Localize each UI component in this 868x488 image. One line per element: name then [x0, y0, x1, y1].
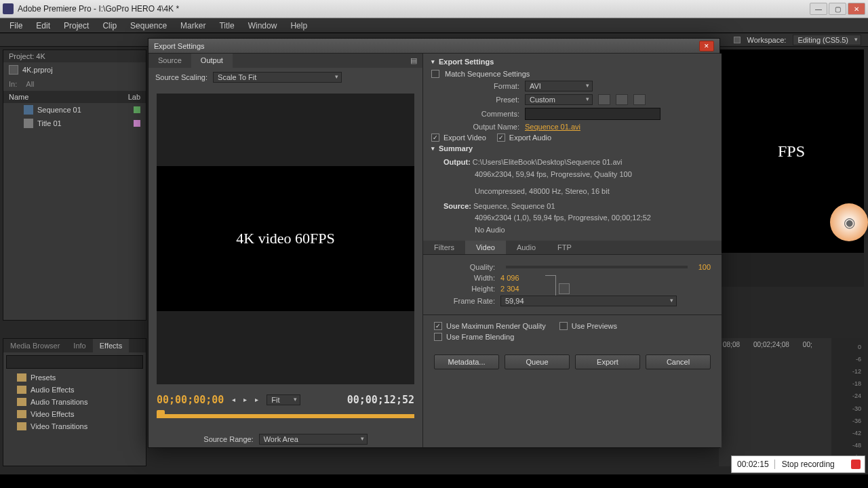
- ruler-mark: 00;: [803, 341, 812, 348]
- tree-presets[interactable]: Presets: [3, 371, 146, 384]
- tab-info[interactable]: Info: [66, 339, 92, 352]
- bin-item-title[interactable]: Title 01: [3, 117, 146, 130]
- import-preset-icon[interactable]: [616, 94, 628, 105]
- zoom-select[interactable]: Fit: [267, 394, 300, 405]
- effects-search[interactable]: [6, 355, 143, 369]
- match-sequence-label: Match Sequence Settings: [445, 70, 530, 78]
- queue-button[interactable]: Queue: [505, 354, 570, 369]
- label-swatch[interactable]: [134, 120, 140, 127]
- source-range-select[interactable]: Work Area: [259, 434, 368, 445]
- tab-output[interactable]: Output: [191, 54, 233, 68]
- menu-edit[interactable]: Edit: [29, 20, 57, 32]
- panel-menu-icon[interactable]: ▤: [405, 54, 422, 68]
- tab-media-browser[interactable]: Media Browser: [3, 339, 66, 352]
- output-name-link[interactable]: Sequence 01.avi: [525, 123, 580, 131]
- col-name[interactable]: Name: [9, 93, 28, 101]
- recorder-stop-button[interactable]: Stop recording: [775, 460, 851, 469]
- tree-audio-transitions[interactable]: Audio Transitions: [3, 396, 146, 408]
- export-settings-dialog: Export Settings ✕ Source Output ▤ Source…: [148, 38, 720, 448]
- menu-clip[interactable]: Clip: [96, 20, 123, 32]
- height-label: Height:: [434, 285, 495, 293]
- step-fwd-icon[interactable]: ▸: [252, 394, 261, 405]
- format-select[interactable]: AVI: [525, 81, 593, 92]
- cancel-button[interactable]: Cancel: [646, 354, 711, 369]
- export-audio-checkbox[interactable]: [497, 134, 505, 142]
- use-previews-label: Use Previews: [572, 322, 617, 330]
- label-swatch[interactable]: [134, 106, 140, 113]
- framerate-select[interactable]: 59,94: [500, 296, 677, 306]
- tree-video-effects[interactable]: Video Effects: [3, 408, 146, 420]
- source-range-label: Source Range:: [203, 435, 253, 443]
- tab-filters[interactable]: Filters: [423, 241, 465, 254]
- preset-select[interactable]: Custom: [525, 94, 593, 105]
- title-icon: [24, 119, 33, 128]
- export-video-checkbox[interactable]: [431, 134, 439, 142]
- maximize-button[interactable]: ▢: [829, 3, 846, 15]
- export-button[interactable]: Export: [575, 354, 640, 369]
- height-value[interactable]: 2 304: [500, 285, 519, 293]
- bin-item-sequence[interactable]: Sequence 01: [3, 103, 146, 117]
- preset-label: Preset:: [431, 96, 519, 104]
- format-label: Format:: [431, 82, 519, 90]
- menu-marker[interactable]: Marker: [174, 20, 212, 32]
- match-sequence-checkbox[interactable]: [431, 70, 439, 78]
- width-value[interactable]: 4 096: [500, 274, 519, 282]
- tab-effects[interactable]: Effects: [93, 339, 129, 352]
- tab-source[interactable]: Source: [149, 54, 191, 68]
- step-back-icon[interactable]: ◂: [229, 394, 238, 405]
- effects-panel: Media Browser Info Effects Presets Audio…: [3, 338, 146, 466]
- out-timecode[interactable]: 00;00;12;52: [347, 394, 414, 406]
- menu-title[interactable]: Title: [212, 20, 241, 32]
- in-marker[interactable]: [157, 410, 165, 418]
- workspace-select[interactable]: Editing (CS5.5): [793, 35, 861, 45]
- source-scaling-select[interactable]: Scale To Fit: [213, 72, 342, 83]
- tab-video[interactable]: Video: [465, 241, 506, 254]
- comments-input[interactable]: [525, 108, 660, 120]
- export-settings-header[interactable]: Export Settings: [431, 58, 713, 66]
- col-label[interactable]: Lab: [128, 93, 140, 101]
- bottom-letterbox: [0, 474, 868, 488]
- output-name-label: Output Name:: [431, 123, 519, 131]
- summary-block: Output: C:\Users\EliteBook\Desktop\Seque…: [443, 157, 713, 237]
- range-slider[interactable]: [157, 410, 414, 426]
- tree-audio-effects[interactable]: Audio Effects: [3, 384, 146, 396]
- program-monitor: FPS: [719, 49, 864, 287]
- workspace-label: Workspace:: [747, 36, 787, 44]
- minimize-button[interactable]: —: [810, 3, 827, 15]
- delete-preset-icon[interactable]: [633, 94, 646, 105]
- menu-sequence[interactable]: Sequence: [123, 20, 174, 32]
- tab-audio[interactable]: Audio: [506, 241, 547, 254]
- ruler-mark: 00;02;24;08: [753, 341, 789, 348]
- folder-icon: [17, 410, 26, 418]
- window-close-button[interactable]: ✕: [848, 3, 865, 15]
- play-icon[interactable]: ▸: [241, 394, 250, 405]
- window-title: Adobe Premiere Pro - I:\GoPro HERO 4\4K …: [18, 4, 810, 14]
- tab-ftp[interactable]: FTP: [547, 241, 583, 254]
- tree-video-transitions[interactable]: Video Transitions: [3, 420, 146, 432]
- link-dimensions-toggle[interactable]: [559, 283, 570, 294]
- metadata-button[interactable]: Metadata...: [434, 354, 499, 369]
- save-preset-icon[interactable]: [598, 94, 610, 105]
- use-previews-checkbox[interactable]: [559, 322, 568, 330]
- use-max-quality-checkbox[interactable]: [434, 322, 442, 330]
- framerate-label: Frame Rate:: [434, 297, 495, 305]
- quality-slider[interactable]: [506, 266, 688, 268]
- menu-file[interactable]: File: [3, 20, 29, 32]
- use-frame-blending-checkbox[interactable]: [434, 333, 442, 341]
- recorder-bubble-icon[interactable]: ◉: [830, 203, 868, 241]
- project-tab[interactable]: Project: 4K: [3, 50, 146, 62]
- menu-window[interactable]: Window: [241, 20, 284, 32]
- sequence-icon: [24, 105, 33, 115]
- in-label: In:: [9, 80, 17, 88]
- menu-project[interactable]: Project: [57, 20, 96, 32]
- record-indicator-icon[interactable]: [851, 460, 861, 469]
- dialog-close-button[interactable]: ✕: [699, 41, 714, 52]
- menu-bar: File Edit Project Clip Sequence Marker T…: [0, 18, 868, 33]
- quality-value[interactable]: 100: [698, 263, 711, 271]
- in-timecode[interactable]: 00;00;00;00: [157, 394, 224, 406]
- export-preview: 4K video 60FPS: [157, 94, 414, 384]
- summary-header[interactable]: Summary: [431, 144, 713, 152]
- workspace-icon: [734, 37, 741, 43]
- menu-help[interactable]: Help: [283, 20, 314, 32]
- project-file-icon: [9, 65, 18, 75]
